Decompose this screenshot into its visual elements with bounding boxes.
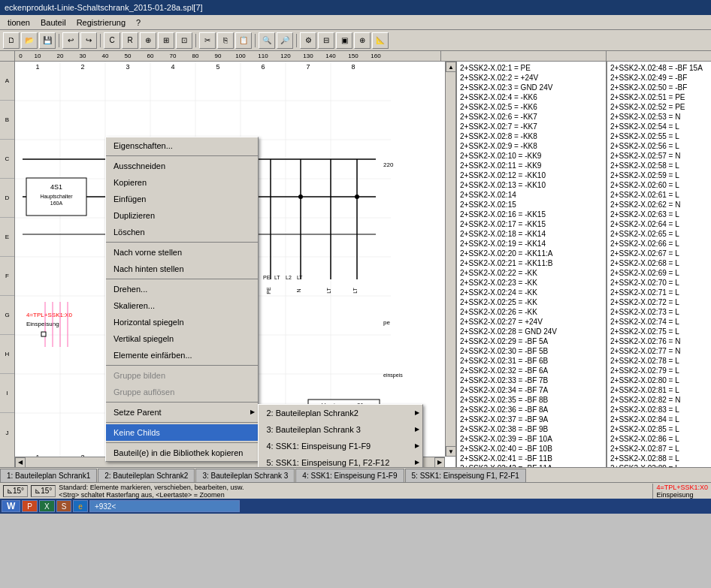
- tab-schrank1[interactable]: 1: Bauteileplan Schrank1: [0, 469, 97, 482]
- right-panel2-row: 2+SSK2-X.02:80 = L: [609, 375, 709, 385]
- right-panel-row: 2+SSK2-X.02:8 = -KK8: [458, 131, 604, 141]
- right-panel2-row: 2+SSK2-X.02:84 = L: [609, 415, 709, 424]
- right-panel-row: 2+SSK2-X.02:35 = -BF 8B: [458, 395, 604, 405]
- toolbar-btn9[interactable]: ⎘: [217, 32, 234, 49]
- right-panel2-row: 2+SSK2-X.02:62 = N: [609, 200, 709, 210]
- submenu-item-3[interactable]: 3: Bauteileplan Schrank 3: [259, 421, 422, 438]
- toolbar-btn5[interactable]: ⊕: [140, 32, 156, 49]
- scrollbar-vertical[interactable]: ▲ ▼: [445, 62, 455, 457]
- toolbar-settings-btn[interactable]: ⚙: [300, 32, 316, 49]
- status-angle2: ⊾ 15°: [31, 485, 56, 497]
- right-panel2-row: 2+SSK2-X.02:89 = L: [609, 463, 709, 467]
- toolbar-save-btn[interactable]: 💾: [39, 32, 56, 49]
- tab-einspeisung-f1-f9[interactable]: 4: SSK1: Einspeisung F1-F9: [295, 469, 404, 482]
- ctx-kopieren[interactable]: Kopieren: [106, 174, 258, 191]
- right-panel2-row: 2+SSK2-X.02:60 = L: [609, 180, 709, 190]
- svg-text:LT: LT: [326, 287, 331, 293]
- bottom-tabs: 1: Bauteileplan Schrank1 2: Bauteileplan…: [0, 467, 711, 482]
- context-menu[interactable]: Eigenschaften... Ausschneiden Kopieren E…: [105, 137, 259, 462]
- status-current: 4=TPL+SSK1:X0: [656, 484, 708, 491]
- right-panel-row: 2+SSK2-X.02:1 = PE: [458, 63, 604, 73]
- toolbar-sep2: [100, 34, 101, 47]
- ctx-horizontal-spiegeln[interactable]: Horizontal spiegeln: [106, 314, 258, 330]
- ctx-skalieren[interactable]: Skalieren...: [106, 297, 258, 314]
- right-panel2-row: 2+SSK2-X.02:79 = L: [609, 366, 709, 375]
- right-panel-row: 2+SSK2-X.02:14: [458, 190, 604, 200]
- svg-text:LT: LT: [352, 287, 358, 293]
- scroll-up-btn[interactable]: ▲: [446, 62, 455, 72]
- ctx-gruppe-bilden: Gruppe bilden: [106, 367, 258, 384]
- svg-text:1: 1: [35, 63, 39, 71]
- taskbar-active-window[interactable]: +932<: [89, 500, 240, 512]
- ctx-drehen[interactable]: Drehen...: [106, 281, 258, 297]
- menu-tionen[interactable]: tionen: [3, 17, 35, 29]
- right-panel2-row: 2+SSK2-X.02:74 = L: [609, 317, 709, 327]
- tab-einspeisung-f2-f12[interactable]: 5: SSK1: Einspeisung F1, F2-F1: [405, 469, 526, 482]
- right-panel-row: 2+SSK2-X.02:17 = -KK15: [458, 219, 604, 229]
- scroll-right-btn[interactable]: ▶: [434, 457, 445, 468]
- submenu-item-2[interactable]: 2: Bauteileplan Schrank2: [259, 405, 422, 421]
- scroll-down-btn[interactable]: ▼: [446, 446, 455, 457]
- ctx-vertikal-spiegeln[interactable]: Vertikal spiegeln: [106, 330, 258, 347]
- right-panel-row: 2+SSK2-X.02:21 = -KK11:B: [458, 258, 604, 268]
- taskbar-powerpoint-btn[interactable]: P: [22, 500, 38, 512]
- taskbar-ie-btn[interactable]: e: [73, 500, 88, 512]
- toolbar-new-btn[interactable]: 🗋: [3, 32, 20, 49]
- right-panel-row: 2+SSK2-X.02:32 = -BF 6A: [458, 366, 604, 375]
- ctx-nach-hinten[interactable]: Nach hinten stellen: [106, 261, 258, 277]
- toolbar-redo-btn[interactable]: ↪: [80, 32, 97, 49]
- right-panel2-row: 2+SSK2-X.02:59 = L: [609, 170, 709, 180]
- right-panel-row: 2+SSK2-X.02:30 = -BF 5B: [458, 346, 604, 356]
- taskbar-excel-btn[interactable]: X: [39, 500, 55, 512]
- toolbar-btn12[interactable]: ⊟: [318, 32, 334, 49]
- ctx-loeschen[interactable]: Löschen: [106, 224, 258, 240]
- toolbar-zoom-in[interactable]: 🔍: [259, 32, 275, 49]
- right-panel2-row: 2+SSK2-X.02:70 = L: [609, 278, 709, 288]
- toolbar-btn6[interactable]: ⊞: [158, 32, 174, 49]
- toolbar-btn13[interactable]: ▣: [336, 32, 352, 49]
- menu-registrierung[interactable]: Registrierung: [72, 17, 130, 29]
- menu-help[interactable]: ?: [132, 17, 145, 29]
- toolbar-btn15[interactable]: 📐: [372, 32, 389, 49]
- ctx-nach-vorne[interactable]: Nach vorne stellen: [106, 244, 258, 261]
- right-panel-row: 2+SSK2-X.02:3 = GND 24V: [458, 83, 604, 92]
- right-panel2-row: 2+SSK2-X.02:66 = L: [609, 239, 709, 249]
- right-panel2-row: 2+SSK2-X.02:63 = L: [609, 210, 709, 219]
- right-panel-row: 2+SSK2-X.02:2 = +24V: [458, 73, 604, 83]
- menu-bauteil[interactable]: Bauteil: [36, 17, 71, 29]
- svg-text:LT: LT: [274, 275, 280, 280]
- ctx-submenu[interactable]: 2: Bauteileplan Schrank2 3: Bauteileplan…: [258, 404, 423, 467]
- tab-schrank2[interactable]: 2: Bauteileplan Schrank2: [98, 469, 195, 482]
- right-panel2-row: 2+SSK2-X.02:78 = L: [609, 356, 709, 366]
- toolbar-btn7[interactable]: ⊡: [176, 32, 192, 49]
- svg-text:3: 3: [126, 63, 129, 71]
- toolbar-btn10[interactable]: 📋: [235, 32, 252, 49]
- submenu-item-5[interactable]: 5: SSK1: Einspeisung F1, F2-F12: [259, 454, 422, 467]
- taskbar-start-btn[interactable]: W: [2, 500, 20, 512]
- toolbar-btn8[interactable]: ✂: [199, 32, 216, 49]
- toolbar-btn14[interactable]: ⊕: [354, 32, 371, 49]
- toolbar-btn4[interactable]: R: [122, 32, 138, 49]
- ctx-eigenschaften[interactable]: Eigenschaften...: [106, 137, 258, 154]
- toolbar-undo-btn[interactable]: ↩: [62, 32, 79, 49]
- ctx-setze-parent[interactable]: Setze Parent 2: Bauteileplan Schrank2 3:…: [106, 404, 258, 421]
- submenu-item-4[interactable]: 4: SSK1: Einspeisung F1-F9: [259, 438, 422, 454]
- toolbar-zoom-out[interactable]: 🔎: [277, 32, 293, 49]
- ctx-ausschneiden[interactable]: Ausschneiden: [106, 158, 258, 174]
- ctx-elemente-einfarben[interactable]: Elemente einfärben...: [106, 347, 258, 363]
- right-panel2-row: 2+SSK2-X.02:87 = L: [609, 444, 709, 454]
- drawing-area[interactable]: 1 2 3 4 5 6 7 8 1 2 3 4 5 6 7 8: [15, 62, 455, 467]
- ctx-bibliothek-kopieren[interactable]: Bauteil(e) in die Bibliothek kopieren: [106, 445, 258, 461]
- ctx-keine-childs[interactable]: Keine Childs: [106, 424, 258, 441]
- right-panel-row: 2+SSK2-X.02:15: [458, 200, 604, 210]
- toolbar-open-btn[interactable]: 📂: [21, 32, 38, 49]
- right-panel-row: 2+SSK2-X.02:38 = -BF 9B: [458, 424, 604, 434]
- taskbar-app-btn[interactable]: S: [56, 500, 72, 512]
- scroll-left-btn[interactable]: ◀: [15, 457, 26, 468]
- ctx-einfuegen[interactable]: Einfügen: [106, 191, 258, 207]
- toolbar-btn3[interactable]: C: [104, 32, 120, 49]
- right-panel2-row: 2+SSK2-X.02:77 = N: [609, 346, 709, 356]
- right-panel2-row: 2+SSK2-X.02:71 = L: [609, 288, 709, 297]
- ctx-duplizieren[interactable]: Duplizieren: [106, 207, 258, 224]
- tab-schrank3[interactable]: 3: Bauteileplan Schrank 3: [195, 469, 295, 482]
